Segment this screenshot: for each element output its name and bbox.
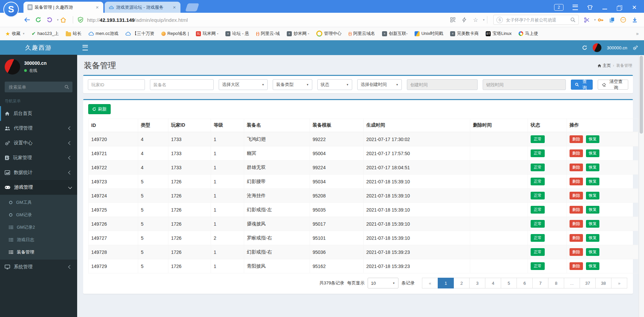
restore-button[interactable]: 恢复 bbox=[586, 206, 599, 214]
equip-type-select[interactable]: 装备类型 bbox=[273, 79, 312, 90]
sidebar-subitem-gm-record[interactable]: GM记录 bbox=[0, 209, 77, 221]
destroy-time-input[interactable] bbox=[483, 79, 566, 90]
sogou-browser-logo-icon[interactable]: S bbox=[3, 2, 19, 17]
clipboard-collection-icon[interactable] bbox=[607, 15, 616, 25]
back-icon[interactable] bbox=[22, 15, 32, 25]
bookmark-mashangshi[interactable]: 马上使 bbox=[519, 31, 538, 37]
breadcrumb-home[interactable]: 主页 bbox=[597, 63, 611, 69]
delete-button[interactable]: 删除 bbox=[570, 220, 583, 228]
delete-button[interactable]: 删除 bbox=[570, 248, 583, 256]
bookmark-chaomi[interactable]: ≡炒米网 - bbox=[287, 31, 309, 37]
tab-game-forum[interactable]: 游戏资源论坛 - 游戏服务 bbox=[105, 2, 180, 13]
sidebar-subitem-gm-tool[interactable]: GM工具 bbox=[0, 196, 77, 209]
password-key-icon[interactable] bbox=[596, 15, 605, 25]
address-bar[interactable]: http://42.193.131.149/admin/equip/index.… bbox=[87, 17, 448, 23]
restore-button[interactable]: 恢复 bbox=[586, 234, 599, 242]
pager-page-3[interactable]: 3 bbox=[469, 278, 485, 288]
lightning-icon[interactable] bbox=[460, 15, 469, 25]
refresh-icon[interactable] bbox=[582, 45, 587, 50]
delete-button[interactable]: 删除 bbox=[570, 149, 583, 157]
create-time-input[interactable] bbox=[407, 79, 478, 90]
bookmarks-overflow-icon[interactable] bbox=[636, 31, 639, 36]
delete-button[interactable]: 删除 bbox=[570, 178, 583, 185]
per-page-select[interactable]: 10 bbox=[368, 278, 398, 288]
clear-query-button[interactable]: 清空查询 bbox=[598, 80, 628, 90]
restore-button[interactable]: 恢复 bbox=[586, 149, 599, 157]
restore-button[interactable]: 恢复 bbox=[586, 220, 599, 228]
sidebar-item-system[interactable]: 系统管理 bbox=[0, 260, 77, 274]
query-button[interactable]: 查询 bbox=[571, 80, 593, 90]
bookmark-wanmi[interactable]: 玩玩米网 - bbox=[196, 31, 218, 37]
tab-count-badge[interactable]: 2 bbox=[554, 4, 564, 11]
delete-button[interactable]: 删除 bbox=[570, 206, 583, 214]
close-icon[interactable] bbox=[172, 4, 177, 10]
pager-page-1[interactable]: 1 bbox=[438, 278, 454, 288]
create-time-type-select[interactable]: 选择创建时间 bbox=[357, 79, 402, 90]
search-icon[interactable] bbox=[570, 17, 576, 22]
more-options-icon[interactable] bbox=[619, 15, 628, 25]
menu-icon[interactable] bbox=[572, 4, 578, 10]
player-id-input[interactable] bbox=[88, 79, 145, 90]
delete-button[interactable]: 删除 bbox=[570, 164, 583, 171]
sidebar-item-statistics[interactable]: 数据统计 bbox=[0, 165, 77, 180]
pager-prev[interactable]: « bbox=[422, 278, 438, 288]
sidebar-subitem-gm-record2[interactable]: GM记录2 bbox=[0, 221, 77, 233]
page-scrollbar[interactable] bbox=[639, 55, 644, 317]
pager-page-2[interactable]: 2 bbox=[453, 278, 470, 288]
theme-skin-icon[interactable] bbox=[587, 4, 593, 10]
sidebar-item-home[interactable]: 后台首页 bbox=[0, 106, 77, 121]
sidebar-subitem-game-log[interactable]: 游戏日志 bbox=[0, 233, 77, 246]
sidebar-item-game-management[interactable]: 游戏管理 bbox=[0, 180, 77, 195]
scrollbar-thumb[interactable] bbox=[640, 56, 643, 134]
star-dropdown-caret[interactable] bbox=[483, 18, 485, 21]
new-tab-button[interactable] bbox=[185, 3, 199, 11]
bookmark-admin-center[interactable]: 管理中心 bbox=[316, 31, 341, 37]
qr-code-icon[interactable] bbox=[448, 15, 458, 25]
bookmark-forum[interactable]: ≡论坛 - 悬 bbox=[225, 31, 249, 37]
bookmark-mencc[interactable]: men.cc游戏 bbox=[89, 31, 118, 37]
delete-button[interactable]: 删除 bbox=[570, 234, 583, 242]
sidebar-item-players[interactable]: 玩家管理 bbox=[0, 150, 77, 165]
sidebar-toggle-icon[interactable] bbox=[77, 40, 93, 55]
sidebar-search-input[interactable] bbox=[8, 84, 64, 90]
pager-page-7[interactable]: 7 bbox=[532, 278, 548, 288]
refresh-button[interactable]: 刷新 bbox=[88, 104, 111, 114]
close-icon[interactable] bbox=[95, 4, 100, 10]
pager-page-37[interactable]: 37 bbox=[580, 278, 596, 288]
pager-page-38[interactable]: 38 bbox=[595, 278, 611, 288]
sidebar-search[interactable] bbox=[5, 82, 72, 92]
undo-icon[interactable] bbox=[45, 15, 54, 25]
zone-select[interactable]: 选择大区 bbox=[219, 79, 268, 90]
bookmark-unix-timestamp[interactable]: Unix时间戳 bbox=[415, 31, 443, 37]
restore-button[interactable]: 恢复 bbox=[586, 262, 599, 270]
restore-button[interactable] bbox=[616, 4, 623, 10]
tab-equip-admin[interactable]: 装备管理 | 久趣西游 bbox=[23, 2, 103, 13]
restore-button[interactable]: 恢复 bbox=[586, 135, 599, 143]
pager-page-5[interactable]: 5 bbox=[501, 278, 517, 288]
restore-button[interactable]: 恢复 bbox=[586, 192, 599, 199]
bookmark-chuangxin[interactable]: ≡创新互联- bbox=[382, 31, 408, 37]
restore-button[interactable]: 恢复 bbox=[586, 164, 599, 171]
search-icon[interactable] bbox=[64, 85, 69, 89]
bookmark-favorites[interactable]: 收藏 bbox=[5, 31, 24, 37]
download-icon[interactable] bbox=[630, 15, 639, 25]
bookmark-baota-linux[interactable]: BT宝塔Linux bbox=[486, 31, 512, 37]
bookmark-zhanzhang[interactable]: 站长 bbox=[66, 31, 82, 37]
restore-button[interactable]: 恢复 bbox=[586, 178, 599, 185]
home-icon[interactable] bbox=[59, 15, 68, 25]
favorite-star-icon[interactable]: ☆ bbox=[471, 15, 480, 25]
delete-button[interactable]: 删除 bbox=[570, 192, 583, 199]
brand-title[interactable]: 久趣西游 bbox=[0, 40, 77, 55]
bookmark-aliyun-domain2[interactable]: 阿里云域名 bbox=[348, 31, 375, 37]
topnav-user-name[interactable]: 300000.cn bbox=[607, 45, 627, 50]
bookmark-repo-domain[interactable]: Repo域名 | bbox=[161, 31, 189, 37]
sidebar-item-agents[interactable]: 代理管理 bbox=[0, 121, 77, 136]
scissors-collect-icon[interactable] bbox=[582, 15, 591, 25]
close-window-button[interactable] bbox=[631, 4, 637, 10]
browser-search-input[interactable] bbox=[505, 17, 570, 23]
pager-page-8[interactable]: 8 bbox=[548, 278, 564, 288]
avatar[interactable] bbox=[593, 43, 601, 52]
status-select[interactable]: 状态 bbox=[317, 79, 352, 90]
bookmark-hao123[interactable]: hao123_上 bbox=[32, 31, 59, 37]
delete-button[interactable]: 删除 bbox=[570, 262, 583, 270]
